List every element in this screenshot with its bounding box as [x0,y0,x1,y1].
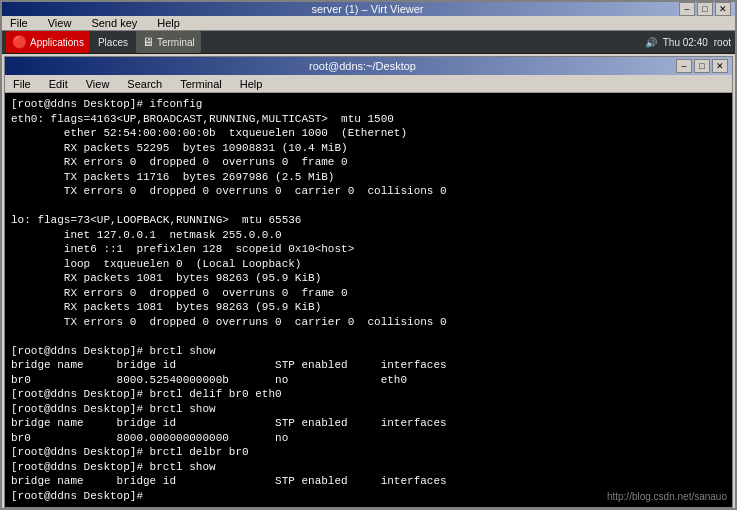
terminal-menu-terminal[interactable]: Terminal [176,77,226,91]
terminal-menu-file[interactable]: File [9,77,35,91]
virt-viewer-win-controls: – □ ✕ [679,2,731,16]
applications-menu-btn[interactable]: 🔴 Applications [6,31,90,53]
taskbar-right: 🔊 Thu 02:40 root [645,37,731,48]
taskbar-time: Thu 02:40 [663,37,708,48]
terminal-menu-help[interactable]: Help [236,77,267,91]
terminal-menubar: File Edit View Search Terminal Help [5,75,732,93]
virt-viewer-window: server (1) – Virt Viewer – □ ✕ File View… [0,0,737,510]
terminal-maximize-btn[interactable]: □ [694,59,710,73]
virt-viewer-menubar: File View Send key Help [2,16,735,31]
terminal-titlebar: root@ddns:~/Desktop – □ ✕ [5,57,732,75]
virt-viewer-titlebar: server (1) – Virt Viewer – □ ✕ [2,2,735,16]
virt-viewer-maximize-btn[interactable]: □ [697,2,713,16]
terminal-win-controls: – □ ✕ [676,59,728,73]
sound-icon[interactable]: 🔊 [645,37,657,48]
terminal-menu-edit[interactable]: Edit [45,77,72,91]
taskbar-user: root [714,37,731,48]
virt-viewer-title: server (1) – Virt Viewer [56,3,679,15]
applications-label: Applications [30,37,84,48]
gnome-taskbar: 🔴 Applications Places 🖥 Terminal 🔊 Thu 0… [2,31,735,54]
terminal-task-btn[interactable]: 🖥 Terminal [136,31,201,53]
virt-viewer-menu-file[interactable]: File [6,16,32,30]
terminal-body[interactable]: [root@ddns Desktop]# ifconfig eth0: flag… [5,93,732,507]
terminal-menu-search[interactable]: Search [123,77,166,91]
terminal-task-label: Terminal [157,37,195,48]
virt-viewer-menu-help[interactable]: Help [153,16,184,30]
terminal-menu-view[interactable]: View [82,77,114,91]
terminal-minimize-btn[interactable]: – [676,59,692,73]
terminal-close-btn[interactable]: ✕ [712,59,728,73]
terminal-title: root@ddns:~/Desktop [49,60,676,72]
terminal-output: [root@ddns Desktop]# ifconfig eth0: flag… [11,97,726,503]
watermark: http://blog.csdn.net/sanauo [607,491,727,502]
virt-viewer-menu-sendkey[interactable]: Send key [87,16,141,30]
virt-viewer-minimize-btn[interactable]: – [679,2,695,16]
places-menu-btn[interactable]: Places [92,31,134,53]
virt-viewer-close-btn[interactable]: ✕ [715,2,731,16]
virt-viewer-menu-view[interactable]: View [44,16,76,30]
terminal-window: root@ddns:~/Desktop – □ ✕ File Edit View… [4,56,733,508]
